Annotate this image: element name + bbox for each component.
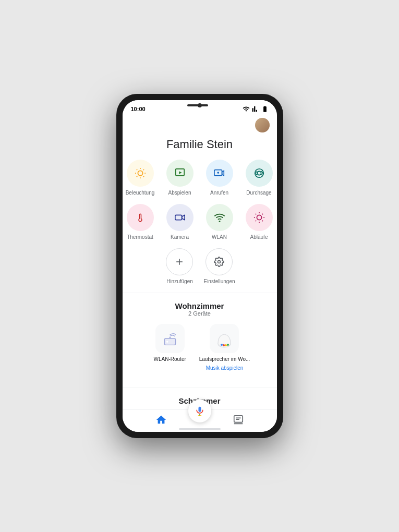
svg-line-3 [136, 170, 137, 170]
wlan-icon [214, 212, 225, 223]
signal-status-icon [252, 105, 259, 113]
svg-line-26 [262, 214, 262, 214]
google-home-icon [216, 329, 233, 348]
room-section-wohnzimmer: Wohnzimmer 2 Geräte [123, 293, 277, 379]
svg-marker-11 [222, 171, 224, 175]
svg-marker-10 [179, 171, 182, 174]
svg-line-21 [255, 214, 256, 214]
einstellungen-label: Einstellungen [203, 279, 235, 284]
phone-screen: 10:00 [123, 100, 277, 432]
durchsage-label: Durchsage [246, 190, 271, 196]
room-title: Wohnzimmer [133, 301, 267, 310]
action-ablaeufe[interactable]: Abläufe [244, 204, 275, 240]
home-title: Familie Stein [123, 134, 277, 160]
svg-point-34 [221, 344, 223, 346]
ablaeufe-label: Abläufe [250, 234, 268, 240]
bottom-nav [123, 409, 277, 432]
svg-point-18 [257, 215, 261, 220]
kamera-icon [174, 212, 186, 223]
svg-line-8 [143, 170, 143, 170]
speaker-label: Lautsprecher im Wo... [199, 356, 250, 362]
voice-button[interactable] [188, 400, 211, 422]
svg-line-22 [262, 221, 262, 221]
anrufen-label: Anrufen [210, 190, 228, 196]
status-time: 10:00 [131, 106, 146, 112]
svg-point-12 [217, 172, 219, 174]
nav-home[interactable] [155, 414, 167, 426]
beleuchtung-label: Beleuchtung [126, 190, 155, 196]
hinzufuegen-circle [166, 248, 193, 275]
durchsage-circle [246, 160, 273, 187]
svg-rect-38 [198, 407, 201, 412]
svg-line-25 [255, 221, 256, 221]
actions-row-3: Hinzufügen Einstellungen [133, 248, 267, 284]
beleuchtung-circle [127, 160, 154, 187]
home-nav-icon [155, 414, 167, 426]
status-icons [243, 105, 269, 113]
svg-point-32 [169, 337, 171, 338]
actions-row-2: Thermostat Kamera [133, 204, 267, 240]
thermostat-circle [127, 204, 154, 231]
svg-marker-16 [182, 215, 185, 220]
hinzufuegen-label: Hinzufügen [166, 279, 193, 284]
settings-icon [214, 257, 224, 267]
svg-point-29 [218, 261, 221, 263]
action-wlan[interactable]: WLAN [204, 204, 235, 240]
kamera-circle [166, 204, 194, 231]
action-kamera[interactable]: Kamera [164, 204, 196, 240]
avatar[interactable] [255, 118, 270, 132]
action-durchsage[interactable]: Durchsage [244, 160, 275, 196]
plus-icon [174, 257, 185, 267]
ablaeufe-icon [253, 212, 265, 223]
action-anrufen[interactable]: Anrufen [204, 160, 235, 196]
svg-point-13 [255, 169, 263, 178]
speaker-icon [253, 167, 265, 179]
anrufen-circle [206, 160, 233, 187]
battery-status-icon [261, 105, 269, 113]
svg-rect-15 [175, 215, 182, 220]
status-bar: 10:00 [123, 100, 277, 115]
abspielen-circle [166, 160, 194, 187]
svg-point-0 [138, 171, 142, 175]
thermostat-icon [136, 212, 145, 223]
nav-devices[interactable] [233, 414, 244, 426]
device-speaker[interactable]: Lautsprecher im Wo... Musik abspielen [199, 324, 250, 371]
camera-call-icon [214, 167, 225, 179]
action-thermostat[interactable]: Thermostat [125, 204, 156, 240]
action-abspielen[interactable]: Abspielen [164, 160, 196, 196]
wlan-label: WLAN [212, 234, 227, 240]
devices-nav-icon [233, 414, 244, 426]
play-icon [174, 167, 186, 179]
action-hinzufuegen[interactable]: Hinzufügen [164, 248, 195, 284]
router-label: WLAN-Router [154, 356, 186, 362]
svg-point-35 [223, 344, 225, 346]
action-einstellungen[interactable]: Einstellungen [203, 248, 235, 284]
app-header [123, 115, 277, 134]
svg-point-31 [166, 341, 168, 343]
avatar-image [255, 118, 270, 132]
ablaeufe-circle [246, 204, 273, 231]
svg-rect-30 [164, 338, 175, 345]
router-icon-wrap [155, 324, 185, 353]
speaker-icon-wrap [210, 324, 239, 353]
wlan-circle [206, 204, 233, 231]
kamera-label: Kamera [171, 234, 189, 240]
actions-row-1: Beleuchtung Abspielen [133, 160, 267, 196]
abspielen-label: Abspielen [168, 190, 191, 196]
home-indicator [179, 428, 221, 430]
device-router[interactable]: WLAN-Router [149, 324, 191, 371]
mic-icon [195, 406, 205, 416]
svg-point-36 [225, 344, 227, 346]
router-icon [161, 330, 179, 347]
action-beleuchtung[interactable]: Beleuchtung [125, 160, 156, 196]
wifi-status-icon [243, 105, 250, 113]
quick-actions: Beleuchtung Abspielen [123, 160, 277, 284]
thermostat-label: Thermostat [127, 234, 153, 240]
room-subtitle: 2 Geräte [133, 310, 267, 317]
devices-row: WLAN-Router [133, 324, 267, 371]
phone-frame: 10:00 [116, 94, 283, 438]
svg-point-14 [257, 171, 261, 175]
svg-line-4 [143, 176, 143, 177]
musik-abspielen-button[interactable]: Musik abspielen [206, 365, 244, 371]
svg-rect-41 [234, 416, 243, 422]
